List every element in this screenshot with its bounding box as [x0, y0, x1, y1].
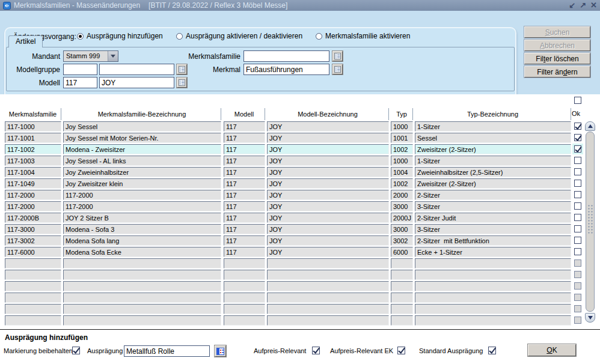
abbrechen-button[interactable]: Abbrechen — [524, 40, 590, 51]
table-cell[interactable]: 117 — [224, 224, 265, 234]
table-row[interactable]: 117-2000117-2000117JOY30003-Sitzer — [0, 201, 600, 213]
table-cell[interactable]: 117-2000 — [63, 201, 221, 211]
table-cell[interactable]: Modena - Zweisitzer — [63, 144, 221, 154]
table-cell[interactable]: 1000 — [391, 156, 413, 166]
table-cell[interactable]: 117-1003 — [5, 156, 61, 166]
modell-lookup-button[interactable] — [177, 77, 187, 88]
row-ok-checkbox[interactable] — [574, 157, 581, 164]
table-cell[interactable]: Joy Zweisitzer klein — [63, 178, 221, 189]
table-cell[interactable]: 1-Sitzer — [415, 156, 571, 166]
table-cell[interactable]: JOY — [267, 121, 389, 132]
table-cell[interactable]: Modena Sofa lang — [63, 235, 221, 246]
table-cell[interactable]: JOY — [267, 133, 389, 143]
table-cell[interactable]: JOY — [267, 247, 389, 257]
table-cell[interactable]: JOY — [267, 167, 389, 177]
standard-auspraegung-checkbox[interactable] — [488, 347, 496, 354]
radio-merkmalsfamilie-aktivieren[interactable]: Merkmalsfamilie aktivieren — [316, 32, 410, 40]
suchen-button[interactable]: Suchen — [524, 26, 590, 38]
modellgruppe-code-input[interactable] — [63, 64, 97, 75]
column-header-modell[interactable]: Modell — [224, 108, 265, 120]
merkmalsfamilie-lookup-button[interactable] — [332, 51, 343, 61]
table-cell[interactable]: 117 — [224, 190, 265, 200]
table-cell[interactable]: 2-Sitzer — [415, 190, 571, 200]
table-cell[interactable]: 117-3002 — [5, 235, 61, 246]
table-row[interactable]: 117-1004Joy Zweieinhalbsitzer117JOY1004Z… — [0, 167, 600, 178]
table-cell[interactable]: 3000 — [391, 201, 413, 211]
table-cell[interactable]: 117-1004 — [5, 167, 61, 177]
filter-aendern-button[interactable]: Filter ändern — [524, 66, 590, 77]
table-cell[interactable]: JOY — [267, 201, 389, 211]
table-cell[interactable]: Zweisitzer (2-Sitzer) — [415, 178, 571, 189]
table-row[interactable]: 117-2000117-2000117JOY20002-Sitzer — [0, 190, 600, 201]
table-cell[interactable]: Joy Sessel mit Motor Serien-Nr. — [63, 133, 221, 143]
table-cell[interactable]: 117 — [224, 133, 265, 143]
table-row[interactable]: 117-1001Joy Sessel mit Motor Serien-Nr.1… — [0, 133, 600, 144]
table-row[interactable]: 117-1000Joy Sessel117JOY10001-Sitzer — [0, 121, 600, 133]
column-header-merkmalsfamilie[interactable]: Merkmalsfamilie — [5, 108, 61, 120]
table-cell[interactable]: 3002 — [391, 235, 413, 246]
table-cell[interactable]: 117-3000 — [5, 224, 61, 234]
table-cell[interactable]: Joy Sessel — [63, 121, 221, 132]
table-cell[interactable]: Ecke + 1-Sitzer — [415, 247, 571, 257]
table-cell[interactable]: 117 — [224, 121, 265, 132]
table-cell[interactable]: 1002 — [391, 178, 413, 189]
scroll-down-button[interactable] — [585, 313, 595, 323]
table-cell[interactable]: 117 — [224, 156, 265, 166]
table-cell[interactable]: 117 — [224, 235, 265, 246]
table-cell[interactable]: Joy Zweieinhalbsitzer — [63, 167, 221, 177]
table-cell[interactable]: 117-2000 — [5, 201, 61, 211]
table-cell[interactable]: 2000 — [391, 190, 413, 200]
column-header-merkmalsfamilie-bezeichnung[interactable]: Merkmalsfamilie-Bezeichnung — [63, 108, 221, 120]
table-cell[interactable]: 1002 — [391, 144, 413, 154]
row-ok-checkbox[interactable] — [574, 180, 581, 187]
mandant-select[interactable]: Stamm 999 — [63, 50, 118, 62]
table-cell[interactable]: JOY — [267, 144, 389, 154]
select-all-checkbox[interactable] — [574, 97, 581, 104]
table-cell[interactable]: 3000 — [391, 224, 413, 234]
table-cell[interactable]: 6000 — [391, 247, 413, 257]
table-cell[interactable]: JOY 2 Sitzer B — [63, 213, 221, 223]
table-row[interactable]: 117-3002Modena Sofa lang117JOY30022-Sitz… — [0, 235, 600, 247]
table-cell[interactable]: Zweisitzer (2-Sitzer) — [415, 144, 571, 154]
table-cell[interactable]: JOY — [267, 213, 389, 223]
row-ok-checkbox[interactable] — [574, 123, 581, 130]
restore-button[interactable]: ↗ — [580, 1, 586, 10]
combo-dropdown-button[interactable] — [108, 51, 118, 61]
table-cell[interactable]: 117 — [224, 201, 265, 211]
table-cell[interactable]: 1000 — [391, 121, 413, 132]
merkmal-lookup-button[interactable] — [332, 64, 343, 74]
table-cell[interactable]: 2-Sitzer mit Bettfunktion — [415, 235, 571, 246]
row-ok-checkbox[interactable] — [574, 145, 581, 153]
markierung-beibehalten-checkbox[interactable] — [72, 347, 80, 354]
table-cell[interactable]: JOY — [267, 156, 389, 166]
table-cell[interactable]: 117-1002 — [5, 144, 61, 154]
table-cell[interactable]: 1004 — [391, 167, 413, 177]
table-cell[interactable]: 2000J — [391, 213, 413, 223]
aufpreis-relevant-ek-checkbox[interactable] — [397, 347, 405, 354]
radio-auspraegung-aktivieren[interactable]: Ausprägung aktivieren / deaktivieren — [176, 32, 302, 40]
table-row[interactable]: 117-1049Joy Zweisitzer klein117JOY1002Zw… — [0, 178, 600, 190]
table-cell[interactable]: 117 — [224, 144, 265, 154]
table-cell[interactable]: 117 — [224, 213, 265, 223]
row-ok-checkbox[interactable] — [574, 225, 581, 232]
table-cell[interactable]: Sessel — [415, 133, 571, 143]
table-cell[interactable]: 3-Sitzer — [415, 224, 571, 234]
close-button[interactable]: ✕ — [590, 1, 597, 10]
merkmal-input[interactable] — [243, 64, 329, 75]
table-cell[interactable]: JOY — [267, 178, 389, 189]
row-ok-checkbox[interactable] — [574, 168, 581, 175]
row-ok-checkbox[interactable] — [574, 202, 581, 210]
table-cell[interactable]: 117 — [224, 167, 265, 177]
table-cell[interactable]: Joy Sessel - AL links — [63, 156, 221, 166]
table-cell[interactable]: 117-2000B — [5, 213, 61, 223]
row-ok-checkbox[interactable] — [574, 134, 581, 141]
table-cell[interactable]: 117 — [224, 247, 265, 257]
table-cell[interactable]: 117-2000 — [63, 190, 221, 200]
scroll-up-button[interactable] — [585, 121, 595, 131]
table-cell[interactable]: 117-1000 — [5, 121, 61, 132]
table-cell[interactable]: Zweieinhalbsitzer (2,5-Sitzer) — [415, 167, 571, 177]
column-header-modell-bezeichnung[interactable]: Modell-Bezeichnung — [267, 108, 389, 120]
minimize-button[interactable]: ↙ — [569, 1, 575, 10]
table-cell[interactable]: 1-Sitzer — [415, 121, 571, 132]
table-cell[interactable]: Modena - Sofa 3 — [63, 224, 221, 234]
